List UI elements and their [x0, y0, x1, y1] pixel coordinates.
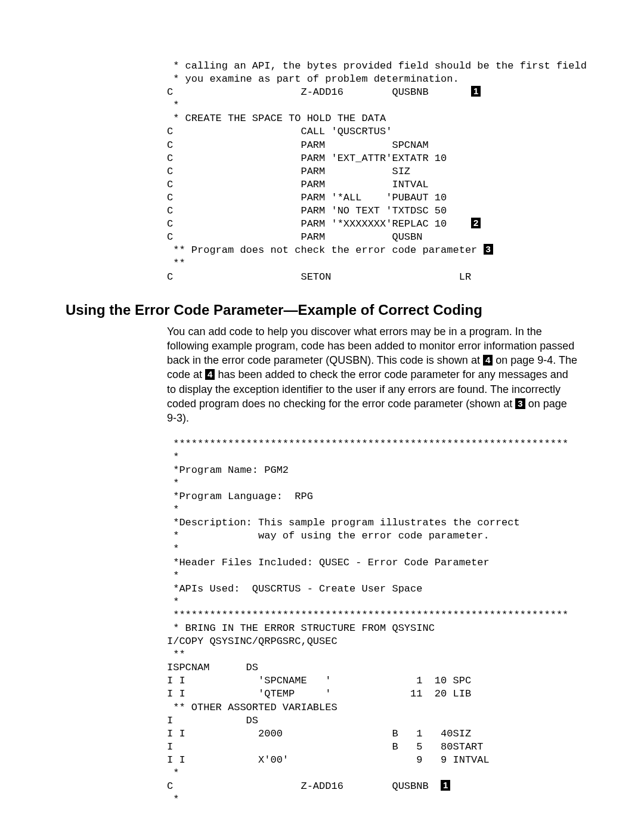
code-line: C PARM 'EXT_ATTR'EXTATR 10	[167, 153, 447, 164]
code-line: I I 2000 B 1 40SIZ	[167, 728, 471, 739]
callout-2: 2	[471, 218, 481, 228]
code-line: ** OTHER ASSORTED VARIABLES	[167, 702, 338, 713]
code-line: *	[167, 478, 179, 489]
code-line: *	[167, 504, 179, 515]
code-line: *	[167, 596, 179, 608]
code-line: C PARM 'NO TEXT 'TXTDSC 50	[167, 205, 447, 216]
code-line: I/COPY QSYSINC/QRPGSRC,QUSEC	[167, 636, 338, 647]
code-line: I B 5 80START	[167, 741, 484, 753]
code-line: C PARM INTVAL	[167, 179, 429, 190]
code-line: * you examine as part of problem determi…	[167, 73, 459, 85]
code-line: *Header Files Included: QUSEC - Error Co…	[167, 557, 490, 568]
code-line: I I 'QTEMP ' 11 20 LIB	[167, 688, 471, 699]
code-line: C CALL 'QUSCRTUS'	[167, 126, 392, 137]
code-line: * BRING IN THE ERROR STRUCTURE FROM QSYS…	[167, 623, 435, 634]
code-line: * CREATE THE SPACE TO HOLD THE DATA	[167, 113, 386, 124]
code-line: C PARM SIZ	[167, 166, 410, 177]
code-line: I I X'00' 9 9 INTVAL	[167, 754, 490, 766]
code-line: **	[167, 649, 185, 660]
code-line: C PARM '*ALL 'PUBAUT 10	[167, 192, 447, 203]
code-line: *	[167, 100, 179, 111]
code-block-bottom: ****************************************…	[167, 438, 578, 807]
code-line: C SETON LR	[167, 271, 471, 283]
callout-3-top: 3	[484, 244, 493, 255]
code-line: I DS	[167, 715, 258, 726]
code-line: * way of using the error code parameter.	[167, 530, 490, 541]
code-line: C PARM SPCNAM	[167, 140, 429, 151]
code-line: C PARM '*XXXXXXX'REPLAC 10	[167, 218, 447, 230]
code-line: *Program Name: PGM2	[167, 465, 289, 476]
code-line: * calling an API, the bytes provided fie…	[167, 60, 587, 72]
code-line: *	[167, 570, 179, 581]
code-line: *Program Language: RPG	[167, 491, 313, 502]
code-line: *	[167, 767, 179, 779]
body-paragraph: You can add code to help you discover wh…	[167, 324, 578, 426]
callout-4a: 4	[483, 355, 493, 366]
code-line: ****************************************…	[167, 609, 568, 621]
code-block-top: * calling an API, the bytes provided fie…	[167, 60, 578, 284]
code-line: *APIs Used: QUSCRTUS - Create User Space	[167, 583, 422, 594]
callout-4b: 4	[205, 369, 215, 380]
code-line: C Z-ADD16 QUSBNB	[167, 86, 429, 98]
code-line: C PARM QUSBN	[167, 231, 422, 243]
section-heading: Using the Error Code Parameter—Example o…	[66, 302, 578, 318]
callout-3-body: 3	[515, 398, 525, 409]
code-line: *	[167, 794, 179, 805]
callout-1-bottom: 1	[441, 780, 450, 791]
code-line: ** Program does not check the error code…	[167, 244, 484, 256]
code-line: *	[167, 543, 179, 555]
code-line: *	[167, 451, 179, 463]
code-line: ISPCNAM DS	[167, 662, 258, 673]
code-line: I I 'SPCNAME ' 1 10 SPC	[167, 675, 471, 686]
callout-1-top: 1	[471, 86, 481, 97]
code-line: ****************************************…	[167, 438, 568, 450]
code-line: *Description: This sample program illust…	[167, 517, 520, 528]
code-line: C Z-ADD16 QUSBNB	[167, 781, 441, 792]
code-line: **	[167, 258, 185, 269]
